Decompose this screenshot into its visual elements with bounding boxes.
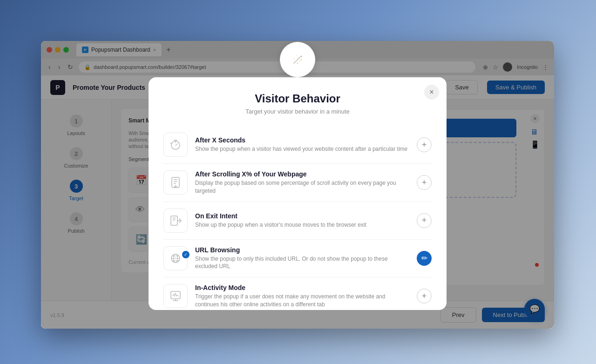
exit-intent-add-button[interactable]: +: [417, 213, 432, 228]
after-x-seconds-content: After X Seconds Show the popup when a vi…: [195, 136, 409, 153]
svg-line-5: [176, 144, 177, 145]
exit-intent-title: On Exit Intent: [195, 212, 409, 220]
option-after-scrolling[interactable]: After Scrolling X% of Your Webpage Displ…: [163, 164, 432, 202]
in-activity-desc: Trigger the popup if a user does not mak…: [195, 293, 409, 309]
modal-close-button[interactable]: ×: [424, 85, 439, 100]
modal-subtitle: Target your visitor behavior in a minute: [163, 108, 432, 115]
activity-icon: [169, 290, 182, 303]
in-activity-icon-box: [163, 284, 188, 308]
close-icon: ×: [429, 88, 433, 96]
svg-rect-10: [174, 181, 177, 182]
option-url-browsing[interactable]: ✓ URL Browsing Show the popup to only th…: [163, 240, 432, 278]
scroll-icon: [169, 176, 182, 189]
after-scrolling-icon-box: [163, 170, 188, 195]
exit-intent-icon-box: [163, 209, 188, 233]
in-activity-content: In-Activity Mode Trigger the popup if a …: [195, 284, 409, 309]
after-scrolling-content: After Scrolling X% of Your Webpage Displ…: [195, 170, 409, 195]
exit-intent-content: On Exit Intent Show up the popup when a …: [195, 212, 409, 229]
in-activity-title: In-Activity Mode: [195, 284, 409, 291]
after-scrolling-desc: Display the popup based on some percenta…: [195, 179, 409, 195]
svg-point-2: [297, 63, 298, 64]
svg-point-1: [301, 59, 302, 61]
timer-icon: [169, 138, 182, 151]
url-icon: [169, 252, 182, 265]
svg-rect-9: [174, 179, 177, 180]
option-exit-intent[interactable]: On Exit Intent Show up the popup when a …: [163, 202, 432, 240]
exit-intent-desc: Show up the popup when a visitor's mouse…: [195, 221, 409, 229]
modal-container: × Visitor Behavior Target your visitor b…: [149, 60, 447, 310]
in-activity-add-button[interactable]: +: [417, 289, 432, 303]
after-scrolling-add-button[interactable]: +: [417, 175, 432, 190]
url-browsing-edit-button[interactable]: ✏: [417, 251, 432, 266]
url-browsing-title: URL Browsing: [195, 246, 409, 254]
url-browsing-desc: Show the popup to only this included URL…: [195, 255, 409, 271]
modal-title: Visitor Behavior: [163, 92, 432, 105]
url-browsing-icon-wrapper: ✓: [163, 246, 188, 270]
browser-window: P Popupsmart Dashboard × + ‹ › ↻ 🔒 dashb…: [41, 41, 554, 329]
url-browsing-content: URL Browsing Show the popup to only this…: [195, 246, 409, 271]
magic-wand-icon: [289, 51, 306, 68]
modal-icon-circle: [280, 42, 315, 77]
url-browsing-icon-box: [163, 246, 188, 270]
option-in-activity-mode[interactable]: In-Activity Mode Trigger the popup if a …: [163, 277, 432, 310]
after-x-seconds-desc: Show the popup when a visitor has viewed…: [195, 145, 409, 153]
after-x-seconds-add-button[interactable]: +: [417, 137, 432, 152]
exit-icon: [169, 214, 182, 227]
after-scrolling-title: After Scrolling X% of Your Webpage: [195, 170, 409, 178]
after-x-seconds-icon-box: [163, 133, 188, 157]
svg-rect-11: [174, 183, 176, 184]
option-after-x-seconds[interactable]: After X Seconds Show the popup when a vi…: [163, 126, 432, 164]
modal-overlay[interactable]: × Visitor Behavior Target your visitor b…: [41, 41, 554, 329]
after-x-seconds-title: After X Seconds: [195, 136, 409, 144]
svg-line-7: [170, 143, 171, 144]
url-browsing-selected-badge: ✓: [182, 251, 190, 258]
modal: × Visitor Behavior Target your visitor b…: [149, 77, 447, 310]
